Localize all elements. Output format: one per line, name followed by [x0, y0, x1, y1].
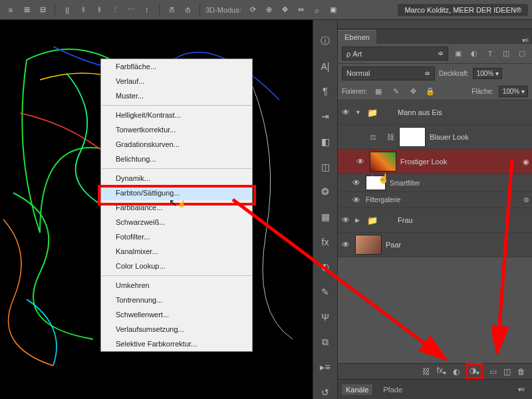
orbit-icon[interactable]: ⟳: [247, 3, 260, 17]
cursor-icon: ↖☝: [370, 173, 389, 184]
distribute-icon[interactable]: ||: [61, 3, 74, 17]
pathfinder-icon[interactable]: ◧: [317, 135, 334, 148]
layer-group-row[interactable]: 👁 ▶ 📁 Frau: [338, 208, 532, 233]
brushpreset-icon[interactable]: Ψ: [317, 311, 334, 324]
layer-thumbnail: [355, 235, 382, 255]
panel-menu-icon[interactable]: ▾≡: [519, 37, 532, 44]
filter-settings-icon[interactable]: ⚙: [523, 196, 529, 203]
filter-adjust-icon[interactable]: ◐: [468, 49, 480, 59]
visibility-toggle-icon[interactable]: 👁: [340, 215, 351, 225]
tab-channels[interactable]: Kanäle: [342, 384, 372, 395]
fx-icon[interactable]: fx: [317, 235, 334, 249]
menu-item[interactable]: Umkehren: [101, 278, 252, 293]
menu-item[interactable]: Helligkeit/Kontrast...: [101, 108, 252, 122]
blend-mode-dropdown[interactable]: Normal≑: [342, 66, 435, 80]
visibility-toggle-icon[interactable]: 👁: [355, 157, 366, 166]
filter-type-icon[interactable]: T: [484, 49, 496, 59]
menu-item[interactable]: Verlauf...: [101, 74, 252, 88]
smartobject-icon: ◉: [523, 158, 529, 166]
link-layers-icon[interactable]: ⛓: [422, 367, 430, 376]
camera-icon[interactable]: ▣: [327, 3, 340, 17]
tab-paths[interactable]: Pfade: [379, 384, 406, 395]
smartfilter-row[interactable]: ↖☝ 👁 Smartfilter: [338, 174, 532, 192]
adjustment-icon[interactable]: ◐: [317, 261, 334, 274]
lock-pixel-icon[interactable]: ✎: [390, 86, 402, 97]
clone-icon[interactable]: ⧉: [317, 336, 334, 349]
menu-item[interactable]: Farbfläche...: [101, 59, 252, 74]
spacing-icon[interactable]: ⫛: [181, 3, 194, 17]
fill-input[interactable]: 100% ▾: [499, 86, 528, 97]
panel-menu-icon[interactable]: ▾≡: [515, 386, 528, 393]
smartfilter-item-row[interactable]: 👁 Filtergalerie ⚙: [338, 192, 532, 208]
spacing-icon[interactable]: ⫚: [165, 3, 178, 17]
visibility-toggle-icon[interactable]: 👁: [340, 240, 351, 249]
layer-row[interactable]: 👁 Paar: [338, 233, 532, 257]
menu-item[interactable]: Gradationskurven...: [101, 137, 252, 152]
distribute-icon[interactable]: ⫵: [92, 3, 106, 17]
distribute-icon[interactable]: ⫴: [76, 3, 90, 17]
filter-smart-icon[interactable]: ▢: [516, 49, 528, 59]
new-group-icon[interactable]: ▭: [489, 367, 497, 376]
new-layer-icon[interactable]: ◫: [503, 367, 511, 376]
slide-icon[interactable]: ⇔: [295, 3, 308, 17]
opacity-label: Deckkraft:: [439, 70, 469, 77]
menu-item[interactable]: Schwarzweiß...: [101, 215, 252, 229]
layer-name: Mann aus Eis: [398, 108, 529, 116]
align-icon[interactable]: ≡: [4, 3, 17, 17]
mode3d-label: 3D-Modus:: [205, 6, 241, 14]
layer-row-selected[interactable]: 👁 Frostiger Look ◉: [338, 150, 532, 174]
layer-thumbnail: [399, 127, 426, 147]
menu-separator: [102, 105, 251, 106]
filter-shape-icon[interactable]: ◫: [500, 49, 512, 59]
overlap-icon[interactable]: ◫: [317, 160, 334, 174]
align-icon[interactable]: ⊟: [36, 3, 49, 17]
align-icon[interactable]: ⊞: [20, 3, 33, 17]
tab-layers[interactable]: Ebenen: [338, 30, 376, 44]
history-icon[interactable]: ↺: [317, 386, 334, 399]
filter-kind-dropdown[interactable]: ρ Art≑: [342, 47, 448, 61]
menu-item[interactable]: Belichtung...: [101, 152, 252, 166]
styles-icon[interactable]: ▦: [317, 210, 334, 223]
layer-group-row[interactable]: 👁 ▼ 📁 Mann aus Eis: [338, 100, 532, 125]
menu-item[interactable]: Verlaufsumsetzung...: [101, 322, 252, 336]
visibility-toggle-icon[interactable]: 👁: [340, 108, 351, 117]
disclosure-icon[interactable]: ▼: [355, 109, 363, 116]
distribute-icon[interactable]: ⫶: [140, 3, 154, 17]
menu-item[interactable]: Tonwertkorrektur...: [101, 122, 252, 137]
lock-all-icon[interactable]: 🔒: [424, 86, 436, 97]
paragraph-icon[interactable]: ¶: [317, 84, 334, 98]
filter-pixel-icon[interactable]: ▣: [452, 49, 464, 59]
menu-item[interactable]: Kanalmixer...: [101, 244, 252, 259]
info-icon[interactable]: ⓘ: [317, 35, 334, 48]
visibility-toggle-icon[interactable]: 👁: [351, 196, 362, 205]
new-adjustment-icon[interactable]: ◑▾: [466, 363, 483, 379]
mask-icon[interactable]: ◐: [453, 367, 460, 376]
menu-item[interactable]: Muster...: [101, 88, 252, 103]
menu-item[interactable]: Schwellenwert...: [101, 307, 252, 322]
menu-item[interactable]: Color Lookup...: [101, 259, 252, 273]
lock-position-icon[interactable]: ✥: [407, 86, 419, 97]
character-icon[interactable]: A|: [317, 60, 334, 73]
pan-icon[interactable]: ✥: [279, 3, 292, 17]
visibility-toggle-icon[interactable]: 👁: [351, 178, 362, 188]
layer-row[interactable]: ⚖ ⛓ Blauer Look: [338, 125, 532, 150]
kerning-icon[interactable]: ⇥: [317, 110, 334, 123]
link-icon: ⛓: [387, 133, 395, 141]
brush-icon[interactable]: ✎: [317, 285, 334, 299]
delete-layer-icon[interactable]: 🗑: [517, 367, 525, 376]
fx-menu-icon[interactable]: fx▾: [437, 366, 446, 376]
zoom-icon[interactable]: ⌕: [311, 3, 324, 17]
lock-transparent-icon[interactable]: ▦: [372, 86, 384, 97]
menu-item[interactable]: Selektive Farbkorrektur...: [101, 336, 252, 351]
roll-icon[interactable]: ⊕: [263, 3, 276, 17]
menu-item[interactable]: Tontrennung...: [101, 293, 252, 307]
actions-icon[interactable]: ▸≡: [317, 361, 334, 374]
distribute-icon[interactable]: ⋮: [108, 3, 122, 17]
menu-item[interactable]: Dynamik...: [101, 171, 252, 186]
opacity-input[interactable]: 100% ▾: [473, 68, 502, 79]
distribute-icon[interactable]: ⋯: [124, 3, 138, 17]
menu-item[interactable]: Fotofilter...: [101, 229, 252, 244]
swatches-icon[interactable]: ❂: [317, 185, 334, 198]
disclosure-icon[interactable]: ▶: [355, 217, 363, 223]
collapsed-panels-strip: ⓘ A| ¶ ⇥ ◧ ◫ ❂ ▦ fx ◐ ✎ Ψ ⧉ ▸≡ ↺: [313, 20, 338, 399]
